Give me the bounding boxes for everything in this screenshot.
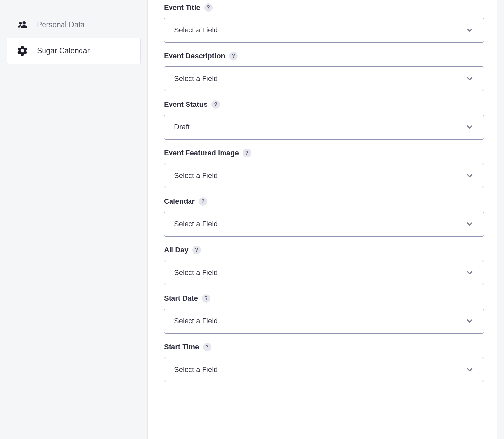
help-icon[interactable]: ? (211, 100, 220, 109)
select-start-date[interactable]: Select a Field (164, 309, 484, 334)
field-all-day: All Day ? Select a Field (164, 246, 484, 285)
field-label: Start Date (164, 294, 198, 303)
field-event-featured-image: Event Featured Image ? Select a Field (164, 149, 484, 188)
help-icon[interactable]: ? (203, 343, 211, 351)
right-gutter (497, 0, 504, 439)
sidebar: Personal Data Sugar Calendar (0, 0, 147, 439)
field-label: Event Description (164, 52, 225, 60)
field-label: Event Title (164, 3, 200, 12)
select-value: Select a Field (174, 220, 218, 228)
select-calendar[interactable]: Select a Field (164, 212, 484, 237)
chevron-down-icon (465, 74, 474, 83)
select-all-day[interactable]: Select a Field (164, 260, 484, 285)
chevron-down-icon (465, 268, 474, 277)
chevron-down-icon (465, 317, 474, 325)
select-event-featured-image[interactable]: Select a Field (164, 163, 484, 188)
chevron-down-icon (465, 123, 474, 131)
main-form: Event Title ? Select a Field Event Descr… (147, 0, 497, 439)
field-start-time: Start Time ? Select a Field (164, 343, 484, 382)
chevron-down-icon (465, 171, 474, 180)
gear-icon (16, 45, 28, 57)
field-label: Calendar (164, 197, 195, 206)
select-value: Select a Field (174, 74, 218, 83)
select-value: Select a Field (174, 365, 218, 374)
svg-point-0 (22, 21, 26, 25)
select-event-title[interactable]: Select a Field (164, 18, 484, 43)
field-label: All Day (164, 246, 189, 254)
people-icon (16, 18, 28, 31)
sidebar-item-personal-data[interactable]: Personal Data (7, 11, 141, 38)
help-icon[interactable]: ? (204, 3, 213, 12)
select-value: Select a Field (174, 317, 218, 325)
field-event-title: Event Title ? Select a Field (164, 3, 484, 43)
field-label: Event Status (164, 100, 207, 109)
help-icon[interactable]: ? (192, 246, 201, 254)
help-icon[interactable]: ? (229, 52, 238, 60)
help-icon[interactable]: ? (243, 149, 251, 157)
field-calendar: Calendar ? Select a Field (164, 197, 484, 237)
field-label: Event Featured Image (164, 149, 239, 157)
select-event-status[interactable]: Draft (164, 115, 484, 140)
chevron-down-icon (465, 26, 474, 34)
field-event-status: Event Status ? Draft (164, 100, 484, 140)
select-value: Draft (174, 123, 190, 131)
help-icon[interactable]: ? (202, 294, 210, 303)
chevron-down-icon (465, 220, 474, 228)
select-start-time[interactable]: Select a Field (164, 357, 484, 382)
sidebar-item-label: Sugar Calendar (37, 47, 90, 55)
svg-point-1 (19, 22, 22, 25)
help-icon[interactable]: ? (199, 197, 207, 206)
select-event-description[interactable]: Select a Field (164, 66, 484, 91)
select-value: Select a Field (174, 26, 218, 34)
sidebar-item-label: Personal Data (37, 20, 85, 29)
select-value: Select a Field (174, 171, 218, 180)
field-event-description: Event Description ? Select a Field (164, 52, 484, 91)
select-value: Select a Field (174, 268, 218, 277)
chevron-down-icon (465, 365, 474, 374)
field-start-date: Start Date ? Select a Field (164, 294, 484, 334)
sidebar-item-sugar-calendar[interactable]: Sugar Calendar (7, 38, 141, 64)
field-label: Start Time (164, 343, 199, 351)
